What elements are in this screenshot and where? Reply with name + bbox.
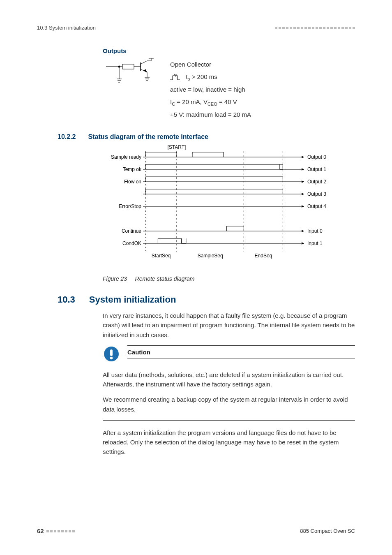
svg-text:SampleSeq: SampleSeq xyxy=(198,253,223,259)
svg-marker-53 xyxy=(302,230,304,232)
running-header: 10.3 System initialization xyxy=(37,25,355,31)
section-103-heading: 10.3 System initialization xyxy=(58,294,355,305)
outputs-line-ic: IC = 20 mA, VCEO = 40 V xyxy=(170,96,251,109)
figure-number: Figure 23 xyxy=(103,275,127,282)
svg-text:Sample ready: Sample ready xyxy=(111,154,141,160)
section-103-para1: In very rare instances, it could happen … xyxy=(103,311,355,340)
section-103-number: 10.3 xyxy=(58,294,75,305)
outputs-line-tp: t p tp > 200 ms xyxy=(170,71,251,83)
svg-marker-12 xyxy=(144,69,147,72)
caution-icon xyxy=(103,345,120,363)
section-1022-title: Status diagram of the remote interface xyxy=(88,133,208,141)
svg-marker-34 xyxy=(302,168,304,171)
open-collector-icon xyxy=(103,58,160,83)
svg-text:EndSeq: EndSeq xyxy=(255,253,272,259)
page-number: 62 xyxy=(37,527,44,534)
svg-text:Output 2: Output 2 xyxy=(307,179,326,185)
svg-marker-39 xyxy=(302,180,304,183)
svg-text:Output 1: Output 1 xyxy=(307,166,326,172)
svg-text:Continue: Continue xyxy=(122,228,141,234)
section-1022-number: 10.2.2 xyxy=(58,133,76,141)
figure-caption: Figure 23 Remote status diagram xyxy=(103,275,355,282)
svg-text:Temp ok: Temp ok xyxy=(123,166,142,172)
svg-text:Input 1: Input 1 xyxy=(307,240,323,246)
caution-text-2: We recommend creating a backup copy of t… xyxy=(103,395,355,414)
svg-text:Flow on: Flow on xyxy=(124,179,141,185)
svg-rect-6 xyxy=(122,64,134,69)
svg-text:Input 0: Input 0 xyxy=(307,228,323,234)
svg-text:Output 3: Output 3 xyxy=(307,191,326,197)
product-name: 885 Compact Oven SC xyxy=(300,528,355,534)
svg-marker-29 xyxy=(302,156,304,158)
section-103-para2: After a system initialization the progra… xyxy=(103,428,355,457)
outputs-line-active: active = low, inactive = high xyxy=(170,83,251,96)
svg-line-10 xyxy=(141,61,147,64)
svg-text:[START]: [START] xyxy=(168,144,186,150)
svg-text:Output 4: Output 4 xyxy=(307,204,326,209)
footer-ornament xyxy=(46,530,75,532)
outputs-line-5v: +5 V: maximum load = 20 mA xyxy=(170,109,251,121)
caution-text-1: All user data (methods, solutions, etc.)… xyxy=(103,370,355,389)
svg-marker-43 xyxy=(302,193,304,195)
caution-label: Caution xyxy=(127,347,355,358)
caution-box: Caution All user data (methods, solution… xyxy=(103,345,355,421)
section-103-title: System initialization xyxy=(89,294,176,305)
header-ornament xyxy=(275,27,355,29)
svg-text:t: t xyxy=(174,74,175,76)
outputs-line-open-collector: Open Collector xyxy=(170,58,251,71)
svg-marker-58 xyxy=(302,242,304,245)
page-footer: 62 885 Compact Oven SC xyxy=(37,527,355,534)
svg-text:Error/Stop: Error/Stop xyxy=(119,204,141,209)
outputs-text: Open Collector t p tp > 200 ms active = … xyxy=(170,58,251,121)
status-diagram: [START]Sample readyOutput 0Temp okOutput… xyxy=(103,144,355,273)
svg-text:p: p xyxy=(175,74,177,77)
outputs-heading: Outputs xyxy=(103,47,355,54)
svg-text:Output 0: Output 0 xyxy=(307,154,326,160)
svg-text:CondOK: CondOK xyxy=(122,240,141,246)
figure-title: Remote status diagram xyxy=(135,275,195,282)
svg-text:StartSeq: StartSeq xyxy=(152,253,171,259)
svg-marker-48 xyxy=(302,205,304,208)
svg-rect-66 xyxy=(110,349,113,356)
running-header-text: 10.3 System initialization xyxy=(37,25,96,31)
svg-point-67 xyxy=(110,357,113,359)
section-1022-heading: 10.2.2 Status diagram of the remote inte… xyxy=(58,133,355,141)
outputs-block: Open Collector t p tp > 200 ms active = … xyxy=(103,58,355,121)
